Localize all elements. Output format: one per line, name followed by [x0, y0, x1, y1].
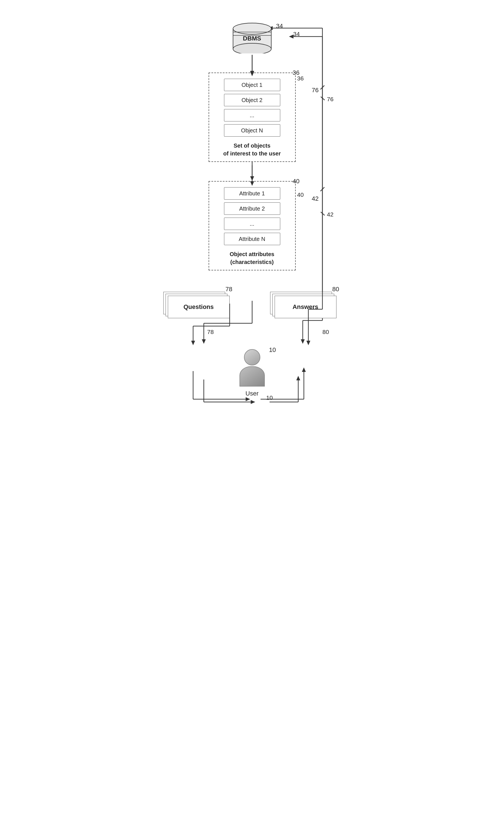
object-item-3: ... — [224, 109, 280, 121]
objects-line-number: 76 — [312, 86, 319, 94]
attribute-item-2: Attribute 2 — [224, 203, 280, 215]
objects-caption: Set of objectsof interest to the user — [223, 142, 281, 157]
dbms-cylinder: DBMS — [232, 23, 272, 53]
objects-group: Object 1 Object 2 ... Object N Set of ob… — [209, 73, 296, 162]
svg-marker-47 — [246, 397, 250, 401]
answers-label: Answers — [275, 296, 336, 318]
answers-container: 80 Answers — [275, 296, 336, 318]
questions-label: Questions — [168, 296, 230, 318]
user-head — [244, 349, 260, 365]
object-item-n: Object N — [224, 124, 280, 137]
questions-stacked: Questions — [168, 296, 230, 318]
questions-container: 78 Questions — [168, 296, 230, 318]
attributes-caption: Object attributes(characteristics) — [230, 250, 274, 266]
object-item-2: Object 2 — [224, 94, 280, 106]
dbms-label: DBMS — [232, 35, 272, 42]
attributes-line-number: 42 — [312, 195, 319, 203]
attribute-item-1: Attribute 1 — [224, 187, 280, 200]
objects-number: 36 — [293, 69, 299, 76]
answers-number: 80 — [332, 286, 339, 293]
dbms-number: 34 — [276, 23, 283, 30]
questions-number: 78 — [225, 286, 232, 293]
user-body — [240, 366, 265, 387]
attributes-number: 40 — [293, 178, 299, 185]
user-figure — [240, 349, 265, 387]
qa-section: 78 Questions 80 Answers — [168, 296, 336, 318]
svg-point-23 — [233, 23, 271, 34]
svg-marker-17 — [251, 400, 255, 404]
object-item-1: Object 1 — [224, 79, 280, 91]
attribute-item-n: Attribute N — [224, 233, 280, 245]
user-number: 10 — [269, 346, 276, 354]
attributes-group: Attribute 1 Attribute 2 ... Attribute N … — [209, 181, 296, 271]
answers-stacked: Answers — [275, 296, 336, 318]
svg-point-24 — [233, 43, 271, 53]
user-label: User — [245, 390, 258, 397]
attribute-item-3: ... — [224, 218, 280, 230]
user-section: 10 User — [240, 349, 265, 397]
